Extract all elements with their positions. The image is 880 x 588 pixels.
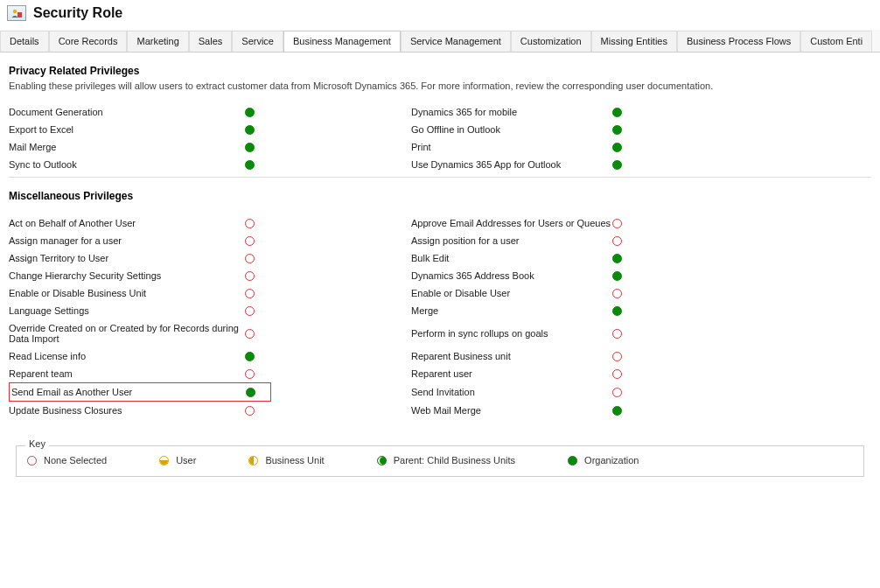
tab-missing-entities[interactable]: Missing Entities [591, 31, 677, 52]
privilege-level-toggle[interactable] [245, 348, 271, 365]
tab-service-management[interactable]: Service Management [401, 31, 511, 52]
section-privacy: Privacy Related Privileges Enabling thes… [9, 65, 871, 178]
privilege-label: Assign position for a user [411, 232, 612, 249]
privilege-level-toggle[interactable] [612, 122, 639, 138]
privilege-level-toggle[interactable] [245, 104, 271, 121]
security-role-icon [7, 5, 26, 21]
key-fieldset: Key None SelectedUserBusiness UnitParent… [16, 445, 864, 477]
level-dot-none [245, 329, 255, 339]
privilege-level-toggle[interactable] [612, 402, 639, 419]
level-dot-none [612, 236, 622, 246]
privilege-level-toggle[interactable] [612, 139, 639, 156]
level-dot-none [612, 369, 622, 379]
key-legend: Key [25, 438, 49, 449]
privilege-label: Reparent user [411, 365, 612, 382]
privilege-level-toggle[interactable] [612, 303, 639, 319]
svg-rect-1 [17, 12, 22, 18]
privilege-label: Reparent team [9, 365, 245, 382]
privilege-level-toggle[interactable] [612, 268, 639, 284]
tab-core-records[interactable]: Core Records [49, 31, 128, 52]
level-dot-org [246, 388, 255, 397]
privilege-label: Language Settings [9, 302, 245, 319]
page-title: Security Role [33, 5, 122, 21]
privilege-level-toggle[interactable] [245, 250, 271, 267]
privilege-level-toggle[interactable] [245, 402, 271, 419]
key-label: Parent: Child Business Units [394, 455, 515, 466]
privilege-level-toggle[interactable] [612, 348, 639, 365]
privilege-grid-privacy: Document GenerationDynamics 365 for mobi… [9, 103, 871, 173]
level-dot-org [612, 143, 622, 152]
privilege-level-toggle[interactable] [245, 122, 271, 138]
privilege-label: Merge [411, 302, 612, 319]
privilege-label: Override Created on or Created by for Re… [9, 319, 245, 347]
level-dot-none [245, 271, 255, 281]
tab-customization[interactable]: Customization [511, 31, 591, 52]
privilege-label: Export to Excel [9, 121, 245, 138]
privilege-level-toggle[interactable] [612, 366, 639, 382]
privilege-label: Read License info [9, 347, 245, 365]
privilege-level-toggle[interactable] [245, 268, 271, 284]
key-label: Business Unit [265, 455, 324, 466]
privilege-level-toggle[interactable] [612, 326, 639, 342]
key-item-bu: Business Unit [248, 455, 324, 466]
level-dot-none [612, 388, 622, 397]
section-title-privacy: Privacy Related Privileges [9, 65, 871, 77]
privilege-level-toggle[interactable] [245, 366, 271, 382]
privilege-label: Go Offline in Outlook [411, 121, 612, 138]
section-desc-privacy: Enabling these privileges will allow use… [9, 80, 871, 91]
tab-business-process-flows[interactable]: Business Process Flows [677, 31, 800, 52]
privilege-level-toggle[interactable] [612, 285, 639, 302]
privilege-label: Perform in sync rollups on goals [411, 325, 612, 342]
tab-service[interactable]: Service [232, 31, 283, 52]
tab-details[interactable]: Details [0, 31, 49, 52]
level-dot-org [568, 456, 577, 466]
privilege-label: Dynamics 365 for mobile [411, 103, 612, 121]
privilege-level-toggle[interactable] [245, 326, 271, 342]
privilege-level-toggle[interactable] [246, 384, 272, 401]
content-area: Privacy Related Privileges Enabling thes… [0, 52, 880, 493]
privilege-label: Use Dynamics 365 App for Outlook [411, 156, 612, 173]
privilege-level-toggle[interactable] [245, 157, 271, 173]
level-dot-org [245, 143, 255, 152]
privilege-level-toggle[interactable] [245, 303, 271, 319]
privilege-level-toggle[interactable] [612, 215, 639, 232]
level-dot-none [245, 236, 255, 246]
privilege-label: Act on Behalf of Another User [9, 214, 245, 232]
tab-strip: DetailsCore RecordsMarketingSalesService… [0, 30, 880, 52]
tab-sales[interactable]: Sales [189, 31, 233, 52]
level-dot-none [245, 289, 255, 298]
privilege-level-toggle[interactable] [612, 157, 639, 173]
privilege-level-toggle[interactable] [612, 384, 639, 401]
level-dot-user [159, 456, 169, 466]
level-dot-none [27, 456, 37, 466]
privilege-label: Approve Email Addresses for Users or Que… [411, 214, 612, 232]
section-title-misc: Miscellaneous Privileges [9, 190, 871, 202]
level-dot-none [245, 369, 255, 379]
section-separator [9, 177, 871, 178]
level-dot-org [612, 125, 622, 135]
level-dot-org [612, 160, 622, 170]
privilege-label: Document Generation [9, 103, 245, 121]
privilege-level-toggle[interactable] [245, 285, 271, 302]
privilege-level-toggle[interactable] [612, 233, 639, 249]
key-item-parent: Parent: Child Business Units [377, 455, 515, 466]
privilege-level-toggle[interactable] [245, 139, 271, 156]
level-dot-none [612, 219, 622, 228]
tab-marketing[interactable]: Marketing [127, 31, 188, 52]
tab-business-management[interactable]: Business Management [283, 31, 401, 52]
key-item-user: User [159, 455, 196, 466]
privilege-grid-misc: Act on Behalf of Another UserApprove Ema… [9, 214, 871, 419]
privilege-label: Send Invitation [411, 383, 612, 401]
level-dot-org [612, 108, 622, 117]
key-label: User [176, 455, 196, 466]
level-dot-org [612, 406, 622, 416]
privilege-label: Bulk Edit [411, 249, 612, 267]
tab-custom-enti[interactable]: Custom Enti [800, 31, 872, 52]
privilege-level-toggle[interactable] [245, 215, 271, 232]
privilege-level-toggle[interactable] [612, 104, 639, 121]
highlighted-privilege: Send Email as Another User [9, 382, 271, 402]
level-dot-org [245, 160, 255, 170]
privilege-level-toggle[interactable] [245, 233, 271, 249]
level-dot-none [245, 254, 255, 263]
privilege-level-toggle[interactable] [612, 250, 639, 267]
